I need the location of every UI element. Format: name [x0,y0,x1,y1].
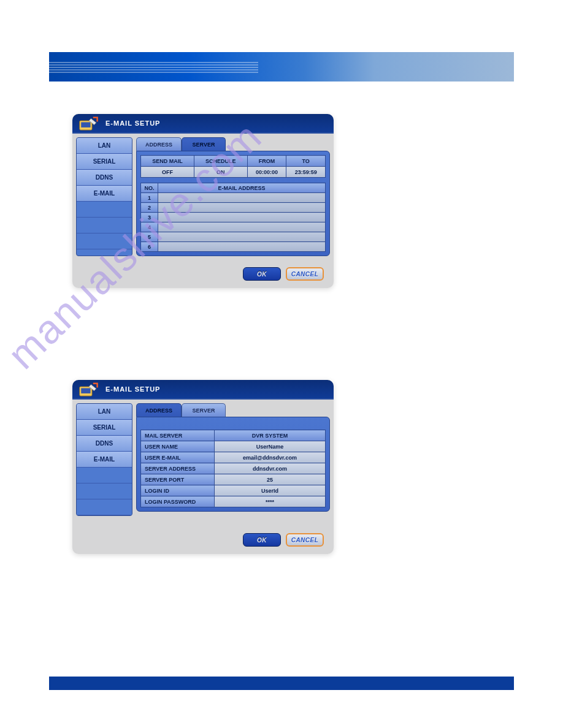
col-send-mail: SEND MAIL [141,156,194,167]
row-no: 2 [141,203,158,213]
tab-label: SERVER [193,142,215,148]
col-to: TO [286,156,326,167]
email-setup-dialog-address: E-MAIL SETUP LAN SERIAL DDNS E-MAIL ADDR… [72,114,334,288]
cell-text: OFF [162,169,173,175]
sidebar-item-label: SERIAL [93,424,116,431]
mail-server-label: MAIL SERVER [141,430,215,441]
tab-server[interactable]: SERVER [182,137,226,151]
row-label: LOGIN PASSWORD [141,496,215,507]
cancel-button[interactable]: CANCEL [286,267,324,281]
button-label: OK [257,537,267,544]
sidebar-item-serial[interactable]: SERIAL [77,420,132,436]
cell-text: 00:00:00 [256,169,278,175]
row-no: 6 [141,242,158,252]
page-footer-band [49,677,514,690]
mail-server-value[interactable]: DVR SYSTEM [215,430,326,441]
sidebar-item-lan[interactable]: LAN [77,138,132,154]
sidebar-item-email[interactable]: E-MAIL [77,452,132,468]
header-text: SEND MAIL [152,158,183,164]
sidebar-item-ddns[interactable]: DDNS [77,436,132,452]
cell-text: 4 [148,224,151,230]
email-cell[interactable] [158,193,326,203]
value-text: UserId [261,488,278,494]
sidebar-item-email[interactable]: E-MAIL [77,186,132,202]
sidebar-item-label: LAN [98,142,111,149]
val-schedule[interactable]: ON [194,167,247,178]
email-cell[interactable] [158,222,326,232]
label-text: SERVER ADDRESS [145,466,196,472]
sidebar-item-label: E-MAIL [94,190,115,197]
content-area: ADDRESS SERVER SEND MAIL SCHEDULE FROM T… [136,137,330,256]
button-label: CANCEL [291,537,319,544]
row-no: 1 [141,193,158,203]
header-text: TO [302,158,309,164]
dialog-title: E-MAIL SETUP [105,119,160,127]
button-label: CANCEL [291,271,319,278]
label-text: SERVER PORT [145,477,184,483]
sidebar-blank [77,202,132,218]
tab-label: SERVER [193,408,215,414]
sidebar-item-label: SERIAL [93,158,116,165]
tab-label: ADDRESS [145,408,172,414]
row-no: 3 [141,213,158,222]
row-no: 4 [141,222,158,232]
row-label: SERVER ADDRESS [141,463,215,474]
sidebar-item-lan[interactable]: LAN [77,404,132,420]
page-header-band [49,52,514,82]
sidebar: LAN SERIAL DDNS E-MAIL [76,403,132,516]
cell-text: 5 [148,234,151,240]
row-label: SERVER PORT [141,474,215,485]
row-value[interactable]: email@ddnsdvr.com [215,452,326,463]
val-send-mail[interactable]: OFF [141,167,194,178]
ok-button[interactable]: OK [243,267,281,281]
ok-button[interactable]: OK [243,533,281,547]
label-text: USER NAME [145,444,178,450]
dialog-titlebar: E-MAIL SETUP [72,380,334,400]
sidebar-blank [77,233,132,249]
value-text: 25 [267,477,273,483]
sidebar-item-label: LAN [98,408,111,415]
tools-icon [79,381,99,398]
row-label: USER E-MAIL [141,452,215,463]
label-text: MAIL SERVER [145,433,182,439]
sidebar-item-serial[interactable]: SERIAL [77,154,132,170]
tools-icon [79,115,99,132]
tab-server[interactable]: SERVER [182,403,226,417]
cell-text: ON [216,169,225,175]
sidebar-item-label: DDNS [96,174,113,181]
row-value[interactable]: ddnsdvr.com [215,463,326,474]
email-cell[interactable] [158,232,326,242]
email-cell[interactable] [158,203,326,213]
sidebar-blank [77,468,132,483]
col-schedule: SCHEDULE [194,156,247,167]
value-text: email@ddnsdvr.com [243,455,297,461]
val-from[interactable]: 00:00:00 [247,167,286,178]
row-value[interactable]: **** [215,496,326,507]
email-cell[interactable] [158,242,326,252]
cell-text: 2 [148,205,151,211]
row-value[interactable]: UserName [215,441,326,452]
label-text: LOGIN PASSWORD [145,499,196,505]
sidebar-item-label: E-MAIL [94,456,115,463]
tab-address[interactable]: ADDRESS [136,403,182,417]
button-label: OK [257,271,267,278]
svg-rect-3 [81,388,90,393]
cell-text: 1 [148,195,151,201]
tab-address[interactable]: ADDRESS [136,137,182,151]
cancel-button[interactable]: CANCEL [286,533,324,547]
val-to[interactable]: 23:59:59 [286,167,326,178]
cell-text: 6 [148,244,151,250]
cell-text: 3 [148,214,151,221]
header-text: NO. [144,185,154,191]
dialog-titlebar: E-MAIL SETUP [72,114,334,134]
label-text: USER E-MAIL [145,455,181,461]
content-area: ADDRESS SERVER MAIL SERVER DVR SYSTEM US… [136,403,330,516]
header-text: E-MAIL ADDRESS [218,185,265,191]
sidebar-blank [77,499,132,515]
value-text: ddnsdvr.com [253,466,287,472]
email-cell[interactable] [158,213,326,222]
row-value[interactable]: UserId [215,485,326,496]
sidebar-item-ddns[interactable]: DDNS [77,170,132,186]
col-no: NO. [141,183,158,193]
row-value[interactable]: 25 [215,474,326,485]
